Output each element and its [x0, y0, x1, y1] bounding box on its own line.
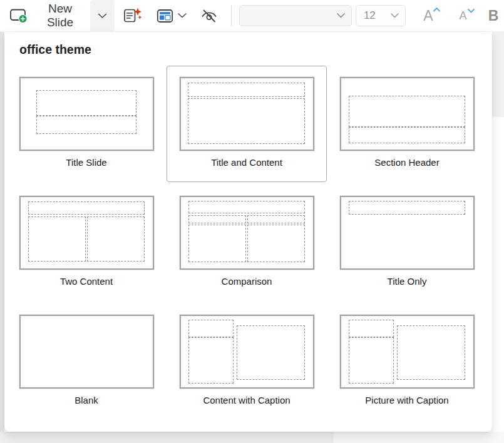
layout-thumbnail	[19, 315, 154, 389]
caret-down-icon	[468, 9, 475, 13]
chevron-down-icon	[98, 13, 107, 19]
app-background-bottom-right	[334, 432, 504, 443]
placeholder-box	[349, 201, 465, 215]
placeholder-box	[349, 320, 394, 338]
placeholder-box	[188, 337, 234, 384]
layout-thumbnail	[180, 196, 314, 270]
placeholder-box	[397, 325, 465, 380]
layout-thumbnail	[180, 315, 314, 389]
app-background-ribbon-strip	[492, 32, 504, 117]
panel-title: office theme	[19, 43, 492, 57]
placeholder-box	[188, 98, 305, 144]
new-slide-icon	[9, 8, 28, 24]
placeholder-box	[188, 201, 305, 213]
placeholder-box	[349, 127, 465, 143]
chevron-down-icon	[178, 13, 187, 18]
new-slide-label: New Slide	[34, 2, 86, 29]
layout-thumbnail	[180, 77, 314, 151]
chevron-down-icon	[391, 13, 399, 18]
layout-label: Blank	[75, 395, 98, 405]
placeholder-box	[188, 215, 246, 224]
layout-option-two-content[interactable]: Two Content	[6, 185, 167, 301]
app-background-left-edge	[0, 32, 4, 432]
layout-grid: Title Slide Title and Content Section He…	[6, 66, 492, 422]
layout-thumbnail	[340, 196, 475, 270]
toolbar-divider	[231, 5, 232, 26]
font-name-combobox[interactable]	[239, 5, 352, 26]
placeholder-box	[349, 96, 465, 127]
placeholder-box	[237, 325, 305, 380]
layout-thumbnail	[19, 196, 154, 270]
hide-slide-button[interactable]	[196, 0, 222, 32]
layout-gallery-panel: office theme Title Slide Title and Conte…	[4, 32, 492, 432]
chevron-down-icon	[337, 13, 345, 18]
new-slide-button[interactable]: New Slide	[8, 0, 90, 32]
font-size-value: 12	[364, 9, 376, 22]
layout-option-title-and-content[interactable]: Title and Content	[167, 66, 327, 182]
layout-option-blank[interactable]: Blank	[6, 303, 167, 420]
caret-up-icon	[433, 8, 440, 12]
layout-label: Two Content	[60, 276, 113, 287]
placeholder-box	[28, 216, 86, 262]
layout-label: Picture with Caption	[365, 395, 448, 405]
layout-button[interactable]	[153, 0, 190, 32]
grow-font-letter: A	[423, 0, 433, 32]
layout-option-comparison[interactable]: Comparison	[167, 185, 327, 301]
layout-option-title-slide[interactable]: Title Slide	[6, 66, 167, 182]
layout-option-content-with-caption[interactable]: Content with Caption	[167, 303, 327, 420]
layout-label: Title Only	[388, 276, 427, 287]
placeholder-box	[188, 225, 246, 262]
layout-label: Content with Caption	[203, 395, 290, 405]
layout-label: Title and Content	[211, 157, 282, 168]
hide-slide-icon	[200, 8, 219, 24]
new-slide-dropdown-button[interactable]	[90, 0, 115, 32]
layout-label: Section Header	[374, 157, 439, 168]
placeholder-box	[188, 83, 305, 97]
placeholder-box	[247, 215, 305, 224]
placeholder-box	[87, 216, 145, 262]
placeholder-box	[36, 116, 136, 134]
slide-layout-icon	[157, 9, 173, 23]
placeholder-box	[28, 201, 145, 215]
layout-option-title-only[interactable]: Title Only	[327, 185, 487, 301]
layout-label: Comparison	[222, 276, 272, 287]
layout-thumbnail	[19, 77, 154, 151]
layout-thumbnail	[340, 77, 475, 151]
layout-thumbnail	[340, 315, 475, 389]
layout-label: Title Slide	[66, 157, 106, 168]
placeholder-box	[36, 90, 136, 116]
designer-sparkle-icon	[123, 7, 143, 24]
designer-button[interactable]	[120, 0, 147, 32]
font-size-combobox[interactable]: 12	[356, 5, 406, 26]
grow-font-button[interactable]: A	[416, 0, 441, 32]
shrink-font-letter: A	[460, 0, 467, 32]
placeholder-box	[247, 225, 305, 262]
layout-option-section-header[interactable]: Section Header	[327, 66, 487, 182]
placeholder-box	[188, 320, 234, 338]
shrink-font-button[interactable]: A	[451, 0, 476, 32]
layout-option-picture-with-caption[interactable]: Picture with Caption	[327, 303, 487, 420]
bold-button[interactable]: B	[483, 0, 504, 32]
placeholder-box	[349, 337, 394, 384]
toolbar: New Slide	[0, 0, 504, 32]
